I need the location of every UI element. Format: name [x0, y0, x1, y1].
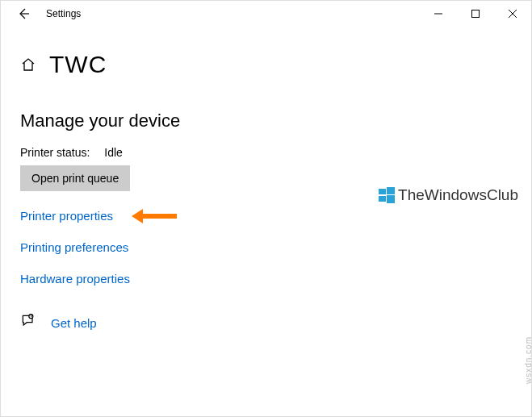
window-title: Settings [46, 8, 81, 19]
side-watermark: wsxdn.com [524, 336, 532, 384]
section-heading: Manage your device [20, 111, 512, 131]
close-button[interactable] [494, 1, 531, 27]
status-label: Printer status: [20, 146, 90, 159]
printer-status-row: Printer status: Idle [20, 146, 512, 159]
svg-rect-0 [472, 10, 480, 18]
open-print-queue-button[interactable]: Open print queue [20, 165, 130, 191]
maximize-icon [471, 10, 480, 18]
back-button[interactable] [7, 1, 40, 27]
hardware-properties-link[interactable]: Hardware properties [20, 272, 130, 286]
get-help-link[interactable]: Get help [51, 316, 97, 330]
page-title: TWC [49, 51, 107, 78]
window-controls [420, 1, 531, 27]
back-arrow-icon [17, 7, 30, 20]
minimize-button[interactable] [420, 1, 457, 27]
get-help-row: Get help [20, 313, 512, 332]
home-icon[interactable] [20, 56, 36, 73]
page-header: TWC [20, 51, 512, 78]
help-icon [20, 313, 36, 332]
titlebar: Settings [1, 1, 531, 27]
status-value: Idle [104, 146, 123, 159]
close-icon [509, 10, 517, 18]
minimize-icon [434, 10, 442, 18]
maximize-button[interactable] [457, 1, 494, 27]
content-area: TWC Manage your device Printer status: I… [1, 27, 531, 348]
printer-properties-link[interactable]: Printer properties [20, 209, 113, 223]
printing-preferences-link[interactable]: Printing preferences [20, 240, 128, 254]
